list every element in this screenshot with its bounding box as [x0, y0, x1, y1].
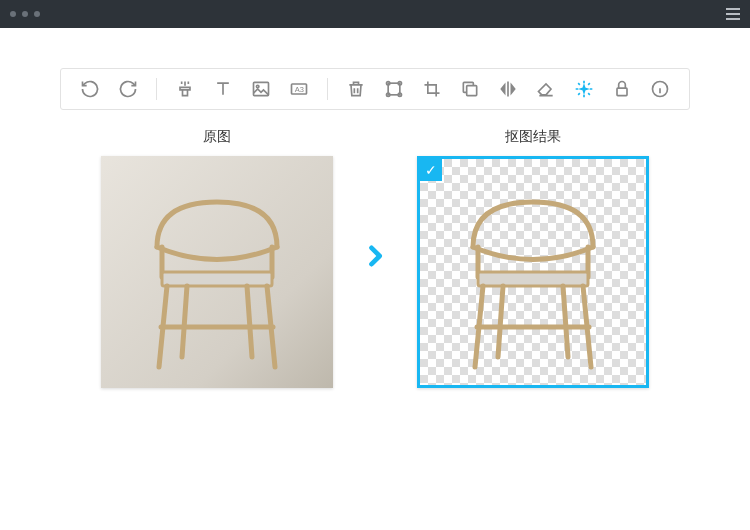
svg-line-18 — [247, 286, 252, 357]
redo-button[interactable] — [116, 77, 140, 101]
svg-rect-10 — [617, 88, 627, 96]
brush-button[interactable] — [173, 77, 197, 101]
titlebar — [0, 0, 750, 28]
result-panel: 抠图结果 ✓ — [417, 128, 649, 388]
svg-point-1 — [256, 85, 259, 88]
svg-line-17 — [182, 286, 187, 357]
flip-button[interactable] — [496, 77, 520, 101]
delete-button[interactable] — [344, 77, 368, 101]
original-label: 原图 — [203, 128, 231, 146]
main-content: A3 原图 — [0, 28, 750, 428]
crop-button[interactable] — [420, 77, 444, 101]
image-button[interactable] — [249, 77, 273, 101]
eraser-button[interactable] — [534, 77, 558, 101]
check-icon: ✓ — [420, 159, 442, 181]
original-panel: 原图 — [101, 128, 333, 388]
original-image[interactable] — [101, 156, 333, 388]
lock-button[interactable] — [610, 77, 634, 101]
info-button[interactable] — [648, 77, 672, 101]
chair-illustration — [127, 172, 307, 372]
hamburger-menu-icon[interactable] — [726, 8, 740, 20]
chair-illustration — [443, 172, 623, 372]
result-image[interactable]: ✓ — [417, 156, 649, 388]
svg-rect-9 — [467, 86, 477, 96]
undo-button[interactable] — [78, 77, 102, 101]
svg-rect-22 — [478, 272, 588, 286]
toolbar-divider — [156, 78, 157, 100]
transform-button[interactable] — [382, 77, 406, 101]
svg-line-25 — [498, 286, 503, 357]
textbox-button[interactable]: A3 — [287, 77, 311, 101]
text-button[interactable] — [211, 77, 235, 101]
copy-button[interactable] — [458, 77, 482, 101]
image-comparison: 原图 抠图结果 ✓ — [60, 128, 690, 388]
window-controls[interactable] — [10, 11, 40, 17]
svg-text:A3: A3 — [295, 85, 304, 94]
toolbar: A3 — [60, 68, 690, 110]
result-label: 抠图结果 — [505, 128, 561, 146]
arrow-icon — [361, 242, 389, 274]
toolbar-divider — [327, 78, 328, 100]
svg-rect-14 — [162, 272, 272, 286]
svg-line-26 — [563, 286, 568, 357]
magic-wand-button[interactable] — [572, 77, 596, 101]
